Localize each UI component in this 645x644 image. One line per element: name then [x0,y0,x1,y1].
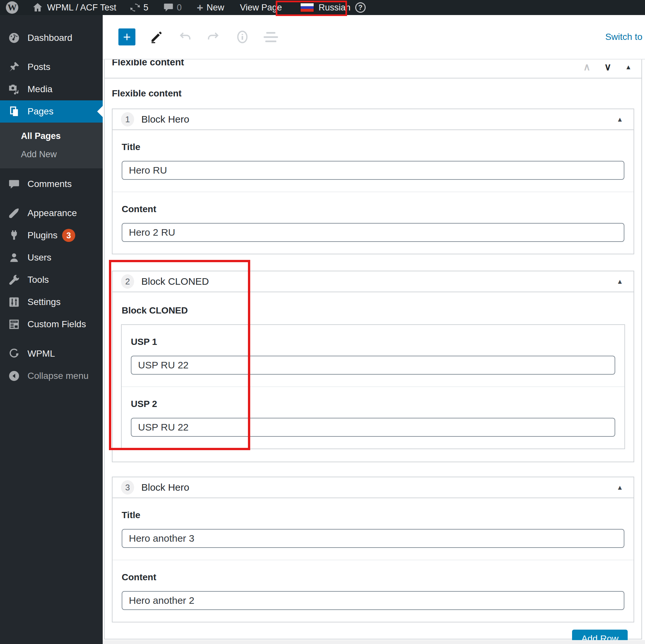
layout-title: Block Hero [141,114,189,125]
cloned-group: USP 1 USP 2 [121,324,625,449]
pages-submenu: All Pages Add New [0,122,103,169]
media-icon [8,83,20,95]
submenu-item-all-pages[interactable]: All Pages [0,127,103,145]
layout-title: Block Hero [141,482,189,493]
flexible-content-rows: 1 Block Hero ▲ Title Content [112,108,634,622]
usp2-input[interactable] [131,418,615,437]
metabox-title: Flexible content [112,59,184,68]
sidebar-item-tools[interactable]: Tools [0,269,103,291]
title-input[interactable] [122,529,624,548]
redo-icon[interactable] [206,29,221,44]
sidebar-item-appearance[interactable]: Appearance [0,202,103,224]
view-page-link[interactable]: View Page [240,3,282,13]
layout-row-1: 1 Block Hero ▲ Title Content [112,108,634,254]
russian-flag-icon [300,3,314,12]
dashboard-icon [8,32,20,44]
submenu-item-add-new[interactable]: Add New [0,145,103,164]
layout-row-2: 2 Block CLONED ▲ Block CLONED USP 1 USP [112,271,634,462]
comments-icon [8,178,20,190]
admin-bar: W WPML / ACF Test 5 0 + New [0,0,645,15]
custom-fields-icon [8,318,20,330]
metabox-toggle-icon[interactable]: ▲ [625,63,632,71]
row-order-badge[interactable]: 3 [121,480,134,495]
sidebar-item-plugins[interactable]: Plugins 3 [0,224,103,247]
move-down-icon[interactable]: ∨ [604,62,611,72]
plus-icon: + [197,2,203,13]
admin-sidebar: Dashboard Posts Media Pages All Pages Ad… [0,15,103,644]
field-row-title: Title [113,498,634,560]
sidebar-item-users[interactable]: Users [0,247,103,269]
users-icon [8,251,20,264]
next-metabox-gap [103,640,645,644]
switch-to-link[interactable]: Switch to [605,32,642,42]
field-label: USP 1 [131,337,615,347]
block-inserter-button[interactable]: + [119,28,136,45]
layout-row-3: 3 Block Hero ▲ Title Content [112,476,634,622]
content-input[interactable] [122,591,624,610]
content-input[interactable] [122,223,624,242]
collapse-row-icon[interactable]: ▲ [615,484,625,492]
flexible-content-metabox: Flexible content ∧ ∨ ▲ Flexible content … [104,59,642,639]
layout-row-1-header[interactable]: 1 Block Hero ▲ [113,109,634,130]
wordpress-logo-icon[interactable]: W [6,1,18,14]
field-row-title: Title [113,130,634,192]
sidebar-item-dashboard[interactable]: Dashboard [0,27,103,49]
list-view-icon[interactable] [264,32,278,42]
comment-bubble-icon [163,2,174,13]
site-menu[interactable]: WPML / ACF Test [32,2,117,13]
site-name: WPML / ACF Test [47,3,117,13]
metabox-body: Flexible content 1 Block Hero ▲ Title [105,88,641,644]
settings-icon [8,296,20,308]
sidebar-item-comments[interactable]: Comments [0,173,103,195]
sidebar-item-settings[interactable]: Settings [0,291,103,313]
field-row-usp2: USP 2 [122,386,624,448]
updates-count: 5 [144,3,149,13]
comments-menu[interactable]: 0 [163,2,182,13]
plugins-icon [8,229,20,242]
collapse-row-icon[interactable]: ▲ [615,278,625,286]
appearance-brush-icon [8,207,20,219]
help-icon[interactable]: ? [355,2,366,13]
tools-wrench-icon [8,274,20,286]
layout-row-3-header[interactable]: 3 Block Hero ▲ [113,477,634,498]
field-label: Content [122,572,624,583]
sidebar-item-collapse-menu[interactable]: Collapse menu [0,365,103,387]
language-label: Russian [318,3,351,13]
updates-menu[interactable]: 5 [130,2,149,13]
layout-row-2-header[interactable]: 2 Block CLONED ▲ [113,271,634,292]
layout-title: Block CLONED [141,276,209,287]
comments-count: 0 [177,3,182,13]
sidebar-item-wpml[interactable]: WPML [0,343,103,365]
sidebar-item-pages[interactable]: Pages [0,100,103,122]
sidebar-item-posts[interactable]: Posts [0,56,103,78]
new-menu[interactable]: + New [197,2,224,13]
title-input[interactable] [122,161,624,180]
usp1-input[interactable] [131,356,615,375]
group-field-label: Block CLONED [113,292,634,316]
info-icon[interactable] [235,29,250,44]
plugins-update-badge: 3 [62,229,75,242]
field-label: USP 2 [131,399,615,409]
collapse-row-icon[interactable]: ▲ [615,115,625,123]
flexible-content-field-label: Flexible content [112,88,634,99]
undo-icon[interactable] [177,29,192,44]
field-row-content: Content [113,560,634,622]
move-up-icon[interactable]: ∧ [583,62,590,72]
editor-content-area: + Switch to Flexible content [103,15,645,644]
field-row-usp1: USP 1 [122,325,624,386]
sidebar-item-custom-fields[interactable]: Custom Fields [0,313,103,335]
view-page-label: View Page [240,3,282,13]
updates-icon [130,2,141,13]
field-label: Title [122,510,624,521]
block-editor-toolbar: + Switch to [103,15,645,59]
new-label: New [206,3,224,13]
row-order-badge[interactable]: 1 [121,112,134,126]
sidebar-item-media[interactable]: Media [0,78,103,100]
field-label: Content [122,204,624,215]
metabox-header[interactable]: Flexible content ∧ ∨ ▲ [105,59,641,78]
row-order-badge[interactable]: 2 [121,274,134,289]
language-menu[interactable]: Russian ? [300,2,366,13]
field-row-content: Content [113,192,634,254]
wpml-icon [8,347,20,360]
edit-pencil-icon[interactable] [149,30,164,44]
